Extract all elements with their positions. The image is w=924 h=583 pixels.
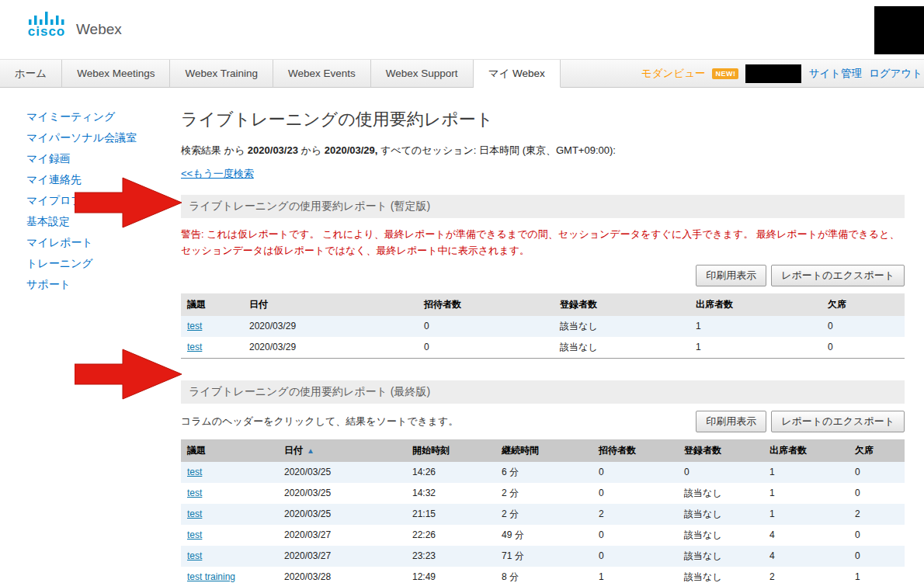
table-cell: 22:26 (406, 525, 495, 546)
table-cell: 該当なし (554, 337, 690, 359)
table-row: test2020/03/2514:322 分0該当なし10 (181, 483, 905, 504)
sidebar-item-support[interactable]: サポート (26, 274, 181, 295)
search-summary: 検索結果 から 2020/03/23 から 2020/03/29, すべてのセッ… (181, 144, 905, 158)
primary-nav: ホーム Webex Meetings Webex Training Webex … (0, 59, 924, 88)
cisco-webex-logo[interactable]: cisco Webex (26, 11, 122, 38)
app-header: cisco Webex (0, 0, 924, 59)
tab-webex-training[interactable]: Webex Training (170, 60, 273, 88)
table-cell: 2 (592, 504, 678, 525)
site-admin-link[interactable]: サイト管理 (808, 67, 861, 81)
table-cell: 14:26 (406, 462, 495, 483)
table-cell: 8 分 (495, 567, 592, 583)
sidebar-item-preferences[interactable]: 基本設定 (26, 211, 181, 232)
table-cell: 2020/03/27 (278, 546, 406, 567)
table-cell: 71 分 (495, 546, 592, 567)
table-cell: 0 (849, 525, 905, 546)
table-row: test2020/03/2722:2649 分0該当なし40 (181, 525, 905, 546)
tab-my-webex[interactable]: マイ Webex (474, 60, 561, 88)
logout-link[interactable]: ログアウト (869, 67, 922, 81)
table-cell: 1 (763, 504, 849, 525)
interim-warning-text: 警告: これは仮レポートです。 これにより、最終レポートが準備できるまでの間、セ… (181, 226, 905, 259)
sidebar: マイミーティング マイパーソナル会議室 マイ録画 マイ連絡先 マイプロファイル … (0, 88, 181, 295)
topic-cell: test (181, 337, 243, 359)
interim-report-table: 議題 日付 招待者数 登録者数 出席者数 欠席 test2020/03/290該… (181, 293, 905, 359)
search-again-link[interactable]: <<もう一度検索 (181, 167, 254, 181)
cisco-wordmark: cisco (28, 26, 65, 38)
table-cell: 0 (592, 546, 678, 567)
table-cell: 2020/03/25 (278, 483, 406, 504)
tab-webex-meetings[interactable]: Webex Meetings (62, 60, 170, 88)
table-cell: 1 (763, 483, 849, 504)
session-topic-link[interactable]: test (187, 550, 202, 561)
final-report-table: 議題 日付▲ 開始時刻 継続時間 招待者数 登録者数 出席者数 欠席 test2… (181, 439, 905, 583)
th-invited[interactable]: 招待者数 (592, 439, 678, 462)
th-duration[interactable]: 継続時間 (495, 439, 592, 462)
table-cell: 2020/03/27 (278, 525, 406, 546)
redacted-user-info (745, 64, 801, 83)
th-registered[interactable]: 登録者数 (678, 439, 763, 462)
th-date-sorted[interactable]: 日付▲ (278, 439, 406, 462)
th-start-time[interactable]: 開始時刻 (406, 439, 495, 462)
sidebar-item-my-reports[interactable]: マイレポート (26, 232, 181, 253)
tab-home[interactable]: ホーム (0, 60, 62, 88)
th-absent[interactable]: 欠席 (849, 439, 905, 462)
tab-webex-events[interactable]: Webex Events (273, 60, 371, 88)
final-report-section: ライブトレーニングの使用要約レポート (最終版) コラムのヘッダーをクリックして… (181, 380, 905, 583)
table-row: test2020/03/290該当なし10 (181, 337, 905, 359)
table-cell: 1 (763, 462, 849, 483)
table-cell: 該当なし (554, 316, 690, 337)
sidebar-item-my-recordings[interactable]: マイ録画 (26, 148, 181, 169)
table-cell: 0 (418, 337, 554, 359)
table-cell: 12:49 (406, 567, 495, 583)
webex-wordmark: Webex (76, 22, 122, 38)
page-title: ライブトレーニングの使用要約レポート (181, 108, 905, 131)
session-topic-link[interactable]: test training (187, 571, 235, 582)
topic-cell: test (181, 504, 278, 525)
th-topic[interactable]: 議題 (181, 439, 278, 462)
topic-cell: test training (181, 567, 278, 583)
th-attended[interactable]: 出席者数 (763, 439, 849, 462)
session-topic-link[interactable]: test (187, 529, 202, 540)
final-table-body: test2020/03/2514:266 分0010test2020/03/25… (181, 462, 905, 583)
interim-print-button[interactable]: 印刷用表示 (696, 265, 766, 286)
table-cell: 2 分 (495, 483, 592, 504)
modern-view-link[interactable]: モダンビュー (641, 67, 706, 81)
sidebar-item-training[interactable]: トレーニング (26, 253, 181, 274)
session-topic-link[interactable]: test (187, 488, 202, 498)
final-table-header-row: 議題 日付▲ 開始時刻 継続時間 招待者数 登録者数 出席者数 欠席 (181, 439, 905, 462)
topic-cell: test (181, 316, 243, 337)
table-cell: 0 (822, 316, 905, 337)
final-export-button[interactable]: レポートのエクスポート (771, 411, 905, 432)
final-section-header: ライブトレーニングの使用要約レポート (最終版) (181, 380, 905, 404)
main-content: ライブトレーニングの使用要約レポート 検索結果 から 2020/03/23 から… (181, 88, 924, 583)
table-cell: 2 分 (495, 504, 592, 525)
table-row: test2020/03/2514:266 分0010 (181, 462, 905, 483)
sidebar-item-personal-room[interactable]: マイパーソナル会議室 (26, 127, 181, 148)
session-topic-link[interactable]: test (187, 342, 202, 352)
topic-cell: test (181, 462, 278, 483)
tab-webex-support[interactable]: Webex Support (371, 60, 474, 88)
nav-spacer (561, 60, 635, 88)
table-cell: 1 (592, 567, 678, 583)
final-print-button[interactable]: 印刷用表示 (696, 411, 766, 432)
table-cell: 0 (418, 316, 554, 337)
table-cell: 該当なし (678, 525, 763, 546)
sidebar-item-my-meetings[interactable]: マイミーティング (26, 106, 181, 127)
interim-table-body: test2020/03/290該当なし10test2020/03/290該当なし… (181, 316, 905, 359)
table-cell: 0 (678, 462, 763, 483)
table-cell: 1 (849, 567, 905, 583)
table-cell: 該当なし (678, 504, 763, 525)
session-topic-link[interactable]: test (187, 508, 202, 519)
table-row: test training2020/03/2812:498 分1該当なし21 (181, 567, 905, 583)
sidebar-item-my-contacts[interactable]: マイ連絡先 (26, 169, 181, 190)
table-cell: 4 (763, 546, 849, 567)
interim-section-header: ライブトレーニングの使用要約レポート (暫定版) (181, 195, 905, 218)
session-topic-link[interactable]: test (187, 467, 202, 477)
th-absent: 欠席 (822, 293, 905, 316)
sidebar-item-my-profile[interactable]: マイプロファイル (26, 190, 181, 211)
th-attended: 出席者数 (690, 293, 822, 316)
topic-cell: test (181, 525, 278, 546)
session-topic-link[interactable]: test (187, 321, 202, 331)
sort-ascending-icon: ▲ (307, 446, 314, 455)
interim-export-button[interactable]: レポートのエクスポート (771, 265, 905, 286)
